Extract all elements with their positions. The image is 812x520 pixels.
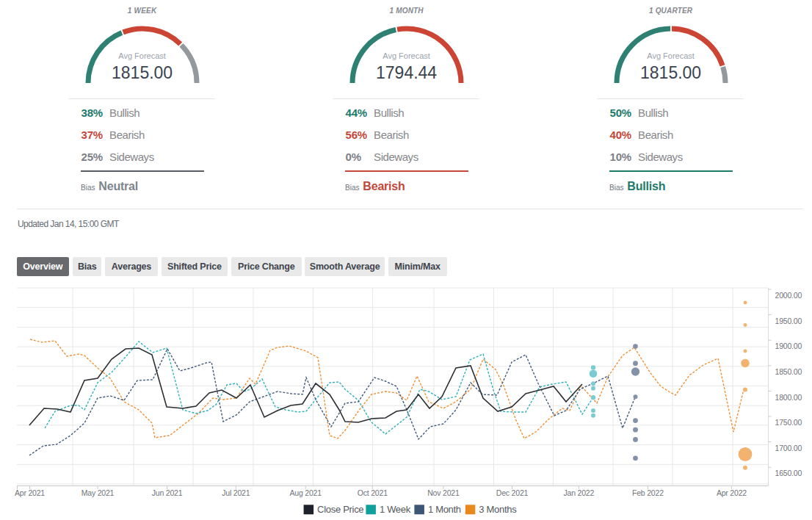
svg-text:Dec 2021: Dec 2021 (496, 488, 529, 497)
svg-text:Apr 2021: Apr 2021 (15, 488, 45, 497)
svg-text:Jan 2022: Jan 2022 (563, 488, 594, 497)
svg-text:1650.00: 1650.00 (775, 469, 802, 477)
svg-text:Close Price: Close Price (317, 504, 363, 515)
svg-text:1850.00: 1850.00 (775, 367, 802, 376)
svg-text:Jun 2021: Jun 2021 (152, 488, 183, 497)
svg-text:3 Months: 3 Months (479, 504, 517, 515)
svg-text:1700.00: 1700.00 (775, 444, 802, 452)
svg-text:May 2021: May 2021 (81, 488, 115, 497)
svg-text:1750.00: 1750.00 (775, 418, 802, 427)
svg-text:1 Week: 1 Week (380, 504, 411, 515)
svg-text:1900.00: 1900.00 (775, 342, 802, 350)
svg-text:Nov 2021: Nov 2021 (427, 488, 460, 497)
svg-text:2000.00: 2000.00 (775, 291, 802, 300)
svg-text:Apr 2022: Apr 2022 (717, 488, 747, 497)
svg-text:1 Month: 1 Month (428, 504, 461, 515)
svg-text:Aug 2021: Aug 2021 (290, 488, 322, 497)
svg-text:Feb 2022: Feb 2022 (632, 488, 664, 497)
svg-text:1800.00: 1800.00 (775, 393, 802, 402)
svg-text:Oct 2021: Oct 2021 (358, 488, 388, 497)
svg-text:Jul 2021: Jul 2021 (222, 488, 250, 497)
svg-text:1950.00: 1950.00 (775, 317, 802, 325)
